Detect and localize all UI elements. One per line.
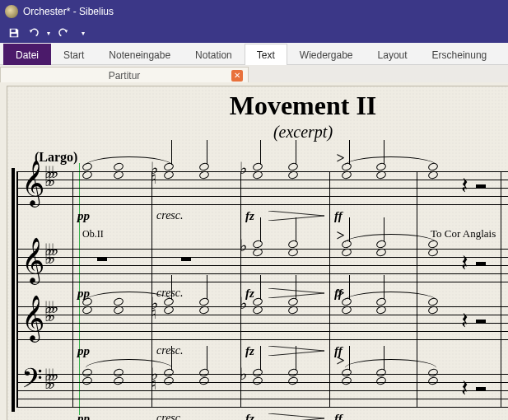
half-rest[interactable] bbox=[476, 262, 486, 266]
expression-cresc[interactable]: cresc. bbox=[156, 209, 184, 222]
tab-notation[interactable]: Notation bbox=[183, 44, 245, 65]
dynamic-ff[interactable]: ff bbox=[334, 412, 343, 420]
instrument-label-ob2[interactable]: Ob.II bbox=[82, 228, 104, 240]
treble-clef[interactable]: 𝄞 bbox=[21, 237, 44, 284]
half-rest[interactable] bbox=[476, 387, 486, 391]
title-bar: Orchester* - Sibelius bbox=[0, 0, 508, 23]
tab-text[interactable]: Text bbox=[245, 44, 287, 65]
tab-label: Erscheinung bbox=[432, 49, 487, 61]
accidental-natural[interactable]: ♮ bbox=[151, 168, 156, 188]
hairpin-decresc[interactable] bbox=[268, 413, 324, 420]
tie[interactable] bbox=[345, 292, 436, 301]
qat-more[interactable]: ▾ bbox=[74, 25, 92, 41]
tab-wiedergabe[interactable]: Wiedergabe bbox=[287, 44, 366, 65]
tab-label: Layout bbox=[378, 49, 408, 61]
dynamic-fz[interactable]: fz bbox=[245, 344, 254, 358]
barline[interactable] bbox=[501, 171, 501, 407]
svg-rect-0 bbox=[12, 30, 16, 33]
treble-clef[interactable]: 𝄞 bbox=[21, 160, 44, 207]
quick-access-toolbar: ▾ ▾ bbox=[0, 23, 508, 43]
tab-file-label: Datei bbox=[16, 49, 39, 61]
save-icon bbox=[8, 27, 20, 39]
tab-file[interactable]: Datei bbox=[3, 44, 51, 65]
half-rest[interactable] bbox=[476, 184, 486, 189]
tab-label: Start bbox=[63, 49, 84, 61]
tab-label: Wiedergabe bbox=[300, 49, 353, 61]
score-title[interactable]: Movement II bbox=[7, 91, 508, 121]
redo-icon bbox=[58, 27, 69, 39]
document-tab[interactable]: Partitur ✕ bbox=[0, 67, 249, 84]
accidental-natural[interactable]: ♮ bbox=[151, 303, 156, 323]
half-rest[interactable] bbox=[476, 320, 486, 324]
tab-label: Notation bbox=[195, 49, 232, 61]
bass-clef[interactable]: 𝄢 bbox=[21, 362, 43, 401]
close-icon[interactable]: ✕ bbox=[231, 70, 243, 82]
instrument-change-text[interactable]: To Cor Anglais bbox=[431, 227, 496, 240]
score-viewport[interactable]: Movement II (excerpt) (Largo) Ob.II To C… bbox=[0, 82, 508, 420]
dynamic-ff[interactable]: ff bbox=[334, 209, 343, 223]
tie[interactable] bbox=[86, 156, 172, 166]
accent-mark[interactable]: > bbox=[337, 150, 345, 167]
key-signature[interactable]: ♭♭♭ ♭♭ bbox=[44, 303, 54, 320]
undo-button[interactable] bbox=[25, 25, 43, 41]
expression-cresc[interactable]: cresc. bbox=[156, 344, 184, 357]
dynamic-fz[interactable]: fz bbox=[245, 412, 254, 420]
save-button[interactable] bbox=[5, 25, 23, 41]
key-signature[interactable]: ♭♭♭ ♭♭ bbox=[44, 245, 54, 262]
tab-erscheinung[interactable]: Erscheinung bbox=[420, 44, 500, 65]
tab-layout[interactable]: Layout bbox=[366, 44, 420, 65]
document-tab-label: Partitur bbox=[109, 70, 141, 82]
accidental-flat[interactable]: ♭ bbox=[240, 236, 247, 255]
undo-icon bbox=[28, 27, 40, 39]
expression-cresc[interactable]: cresc. bbox=[156, 412, 184, 420]
tab-label: Text bbox=[257, 49, 275, 61]
whole-rest[interactable] bbox=[97, 257, 107, 261]
system-bracket bbox=[12, 168, 15, 412]
redo-button[interactable] bbox=[54, 25, 72, 41]
key-signature[interactable]: ♭♭♭ ♭♭ bbox=[44, 371, 54, 387]
barline[interactable] bbox=[72, 171, 73, 407]
score-subtitle[interactable]: (excerpt) bbox=[7, 123, 508, 142]
barline[interactable] bbox=[329, 171, 330, 407]
system-barline bbox=[16, 171, 18, 407]
tie[interactable] bbox=[345, 156, 436, 166]
treble-clef[interactable]: 𝄞 bbox=[21, 295, 44, 342]
tab-start[interactable]: Start bbox=[51, 44, 96, 65]
tab-label: Noteneingabe bbox=[109, 49, 170, 61]
accent-mark[interactable]: > bbox=[337, 227, 345, 245]
whole-rest[interactable] bbox=[181, 257, 191, 261]
tab-noteneingabe[interactable]: Noteneingabe bbox=[96, 44, 183, 65]
document-tab-bar: Partitur ✕ bbox=[0, 65, 508, 84]
accidental-natural[interactable]: ♮ bbox=[151, 374, 156, 394]
accidental-flat[interactable]: ♭ bbox=[240, 158, 247, 178]
tie[interactable] bbox=[86, 359, 172, 368]
barline[interactable] bbox=[417, 171, 417, 407]
tie[interactable] bbox=[345, 359, 436, 368]
score-page[interactable]: Movement II (excerpt) (Largo) Ob.II To C… bbox=[7, 86, 508, 420]
tie[interactable] bbox=[345, 234, 436, 243]
undo-dropdown[interactable]: ▾ bbox=[44, 25, 53, 41]
accent-mark[interactable]: > bbox=[337, 352, 345, 370]
dynamic-pp[interactable]: pp bbox=[77, 344, 90, 358]
window-title: Orchester* - Sibelius bbox=[23, 6, 114, 17]
accidental-flat[interactable]: ♭ bbox=[240, 293, 247, 313]
dynamic-pp[interactable]: pp bbox=[77, 412, 90, 420]
dynamic-fz[interactable]: fz bbox=[245, 209, 254, 223]
key-signature[interactable]: ♭♭♭ ♭♭ bbox=[44, 168, 54, 184]
accidental-flat[interactable]: ♭ bbox=[240, 364, 247, 384]
svg-rect-1 bbox=[12, 34, 17, 37]
accent-mark[interactable]: > bbox=[337, 285, 345, 302]
dynamic-pp[interactable]: pp bbox=[77, 209, 90, 223]
ribbon-tabs: Datei Start Noteneingabe Notation Text W… bbox=[0, 43, 508, 65]
app-icon bbox=[5, 5, 18, 18]
